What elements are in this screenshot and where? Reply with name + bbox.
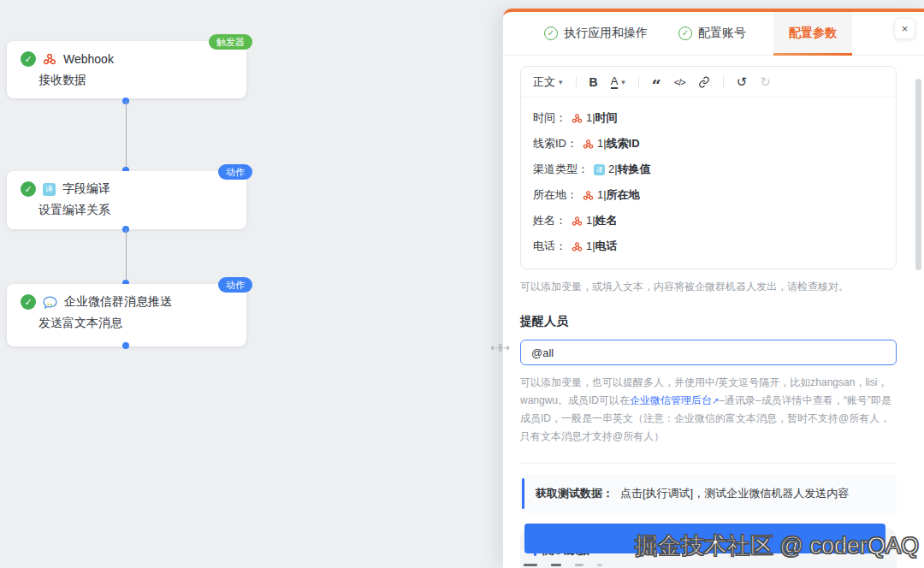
config-panel: ⇠‖⇢ ✓ 执行应用和操作 ✓ 配置账号 配置参数 × 正文 [503, 9, 924, 568]
node-subtitle: 发送富文本消息 [38, 316, 234, 331]
editor-line: 线索ID： 1|线索ID [533, 131, 884, 157]
editor-toolbar: 正文 ▾ B A ▾ “ </> [521, 67, 896, 98]
success-check-icon: ✓ [21, 51, 36, 67]
connector-line [126, 229, 127, 282]
node-app-name: 企业微信群消息推送 [64, 294, 172, 310]
toolbar-separator [576, 76, 577, 88]
tab-label: 配置参数 [789, 26, 837, 41]
bold-button[interactable]: B [589, 75, 598, 89]
success-check-icon: ✓ [21, 294, 36, 310]
tip-text: 点击[执行调试]，测试企业微信机器人发送内容 [620, 487, 849, 500]
tab-label: 配置账号 [698, 26, 746, 41]
code-icon[interactable]: </> [674, 77, 685, 87]
chevron-down-icon: ▾ [621, 78, 625, 86]
success-check-icon: ✓ [21, 181, 36, 197]
variable-chip[interactable]: 1|电话 [572, 239, 618, 254]
chevron-down-icon: ▾ [559, 78, 563, 86]
undo-icon[interactable]: ↺ [737, 74, 748, 90]
panel-body: 正文 ▾ B A ▾ “ </> [503, 56, 924, 568]
remind-field-label: 提醒人员 [520, 314, 897, 329]
tab-config-params[interactable]: 配置参数 [773, 12, 852, 55]
node-wechat-push[interactable]: 动作 ✓ 企业微信群消息推送 发送富文本消息 [7, 284, 246, 346]
editor-line: 姓名： 1|姓名 [533, 208, 884, 234]
link-icon[interactable] [698, 76, 710, 88]
config-steps-tabbar: ✓ 执行应用和操作 ✓ 配置账号 配置参数 × [503, 12, 924, 56]
toolbar-separator [723, 76, 724, 88]
editor-line: 所在地： 1|所在地 [533, 182, 884, 208]
remind-help: 可以添加变量，也可以提醒多人，并使用中/英文逗号隔开，比如zhangsan，li… [520, 374, 897, 446]
blockquote-icon[interactable]: “ [652, 74, 661, 90]
font-color-dropdown[interactable]: A ▾ [611, 75, 625, 89]
webhook-icon [572, 241, 583, 252]
tab-config-account[interactable]: ✓ 配置账号 [663, 12, 761, 55]
close-icon[interactable]: × [894, 18, 915, 39]
variable-chip[interactable]: 译 2|转换值 [594, 162, 651, 177]
node-app-name: Webhook [63, 52, 114, 66]
variable-chip[interactable]: 1|姓名 [572, 213, 618, 228]
editor-line: 渠道类型： 译 2|转换值 [533, 157, 884, 182]
tab-execute-app[interactable]: ✓ 执行应用和操作 [529, 12, 663, 55]
remind-input[interactable] [520, 340, 897, 365]
editor-line: 时间： 1|时间 [533, 105, 884, 131]
webhook-icon [583, 190, 594, 201]
step-done-check-icon: ✓ [678, 27, 692, 40]
wechat-chat-icon [43, 296, 57, 309]
variable-chip[interactable]: 1|时间 [572, 110, 618, 126]
node-app-name: 字段编译 [62, 181, 110, 197]
tip-title: 获取测试数据： [536, 487, 613, 500]
clipped-content-row [524, 564, 602, 566]
watermark: 掘金技术社区 @ coderQAQ [635, 530, 919, 561]
node-webhook[interactable]: 触发器 ✓ Webhook 接收数据 [7, 41, 246, 98]
webhook-icon [43, 52, 56, 66]
workflow-editor: 触发器 ✓ Webhook 接收数据 动作 ✓ 译 字段编 [0, 0, 924, 568]
editor-hint: 可以添加变量，或填入文本，内容将被企微群机器人发出，请检查核对。 [520, 280, 897, 294]
variable-chip[interactable]: 1|线索ID [583, 136, 640, 151]
webhook-icon [583, 139, 594, 150]
paragraph-style-dropdown[interactable]: 正文 ▾ [533, 74, 563, 90]
translate-icon: 译 [43, 183, 56, 196]
redo-icon[interactable]: ↻ [760, 74, 771, 90]
node-subtitle: 接收数据 [38, 73, 234, 88]
variable-chip[interactable]: 1|所在地 [583, 187, 640, 203]
section-divider [520, 463, 897, 464]
action-badge: 动作 [218, 164, 252, 180]
action-badge: 动作 [218, 277, 252, 293]
wecom-admin-link[interactable]: 企业微信管理后台↗ [630, 394, 719, 406]
step-done-check-icon: ✓ [544, 27, 558, 40]
editor-line: 电话： 1|电话 [533, 234, 884, 259]
rich-text-editor: 正文 ▾ B A ▾ “ </> [520, 66, 897, 269]
node-field-translate[interactable]: 动作 ✓ 译 字段编译 设置编译关系 [7, 171, 246, 229]
tab-label: 执行应用和操作 [564, 26, 648, 41]
toolbar-separator [638, 76, 639, 88]
editor-content[interactable]: 时间： 1|时间 线索ID： 1|线索ID [521, 98, 896, 269]
connector-line [126, 101, 127, 169]
translate-icon: 译 [594, 164, 605, 175]
trigger-badge: 触发器 [209, 34, 252, 50]
node-subtitle: 设置编译关系 [38, 203, 234, 218]
webhook-icon [572, 216, 583, 227]
connector-dot[interactable] [122, 342, 129, 349]
test-data-tip: 获取测试数据：点击[执行调试]，测试企业微信机器人发送内容 [520, 474, 897, 513]
panel-scrollbar[interactable] [915, 79, 921, 270]
webhook-icon [572, 113, 583, 124]
